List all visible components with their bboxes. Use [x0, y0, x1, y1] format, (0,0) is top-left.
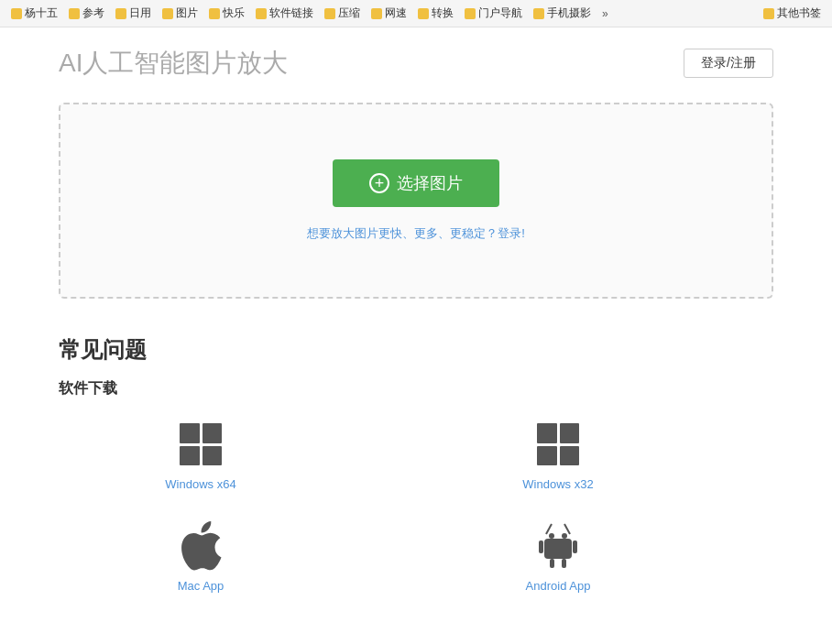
main-content: AI人工智能图片放大 登录/注册 + 选择图片 想要放大图片更快、更多、更稳定？… — [22, 27, 810, 644]
folder-icon — [69, 8, 80, 19]
android-icon — [531, 518, 586, 573]
bookmark-other[interactable]: 其他书签 — [760, 4, 825, 23]
bookmarks-bar: 杨十五 参考 日用 图片 快乐 软件链接 压缩 网速 转换 门户导航 手机摄影 — [0, 0, 832, 27]
software-section-title: 软件下载 — [59, 379, 773, 398]
folder-icon — [209, 8, 220, 19]
folder-icon — [324, 8, 335, 19]
bookmark-mendao[interactable]: 门户导航 — [461, 4, 526, 23]
bookmark-shouji[interactable]: 手机摄影 — [530, 4, 595, 23]
svg-rect-3 — [539, 540, 543, 553]
page-title: AI人工智能图片放大 — [59, 46, 288, 81]
faq-section: 常见问题 软件下载 Windows x64 — [59, 335, 773, 644]
upload-hint: 想要放大图片更快、更多、更稳定？登录! — [97, 225, 735, 242]
download-grid: Windows x64 Windows x32 — [59, 417, 700, 644]
bookmark-yasuo[interactable]: 压缩 — [321, 4, 364, 23]
svg-rect-2 — [544, 539, 572, 559]
bookmarks-more-button[interactable]: » — [598, 5, 612, 22]
download-google-play[interactable]: Google Play — [416, 620, 700, 644]
svg-rect-6 — [562, 559, 566, 568]
download-android-app[interactable]: Android App — [416, 518, 700, 593]
svg-rect-4 — [573, 540, 577, 553]
svg-point-0 — [549, 533, 554, 539]
apple-icon — [173, 518, 228, 573]
page-header: AI人工智能图片放大 登录/注册 — [59, 46, 773, 81]
windows-icon — [173, 417, 228, 472]
folder-icon — [162, 8, 173, 19]
folder-icon — [11, 8, 22, 19]
folder-icon — [533, 8, 544, 19]
bookmark-ruanjian[interactable]: 软件链接 — [252, 4, 317, 23]
folder-icon — [371, 8, 382, 19]
upload-area: + 选择图片 想要放大图片更快、更多、更稳定？登录! — [59, 103, 773, 299]
bookmark-kuaile[interactable]: 快乐 — [205, 4, 248, 23]
folder-icon — [465, 8, 476, 19]
login-button[interactable]: 登录/注册 — [684, 49, 773, 78]
folder-icon — [115, 8, 126, 19]
googleplay-icon — [531, 620, 586, 644]
folder-icon — [418, 8, 429, 19]
download-ios-app[interactable]: iOS App — [59, 620, 343, 644]
bookmarks-right: 其他书签 — [760, 4, 825, 23]
bookmark-zhuanhuan[interactable]: 转换 — [414, 4, 457, 23]
download-mac-app[interactable]: Mac App — [59, 518, 343, 593]
windows-icon — [531, 417, 586, 472]
download-windows-x64[interactable]: Windows x64 — [59, 417, 343, 491]
select-image-button[interactable]: + 选择图片 — [333, 159, 499, 207]
bookmark-riyong[interactable]: 日用 — [112, 4, 155, 23]
svg-point-1 — [562, 533, 567, 539]
faq-title: 常见问题 — [59, 335, 773, 365]
download-windows-x32[interactable]: Windows x32 — [416, 417, 700, 491]
plus-circle-icon: + — [369, 173, 389, 193]
bookmark-yangshiwu[interactable]: 杨十五 — [7, 4, 61, 23]
bookmark-wangsu[interactable]: 网速 — [367, 4, 411, 23]
svg-rect-5 — [550, 559, 554, 568]
svg-line-7 — [546, 524, 552, 534]
folder-icon — [763, 8, 774, 19]
bookmark-cankao[interactable]: 参考 — [65, 4, 108, 23]
bookmark-tupian[interactable]: 图片 — [159, 4, 202, 23]
svg-line-8 — [564, 524, 570, 534]
ios-icon — [173, 620, 228, 644]
folder-icon — [256, 8, 267, 19]
